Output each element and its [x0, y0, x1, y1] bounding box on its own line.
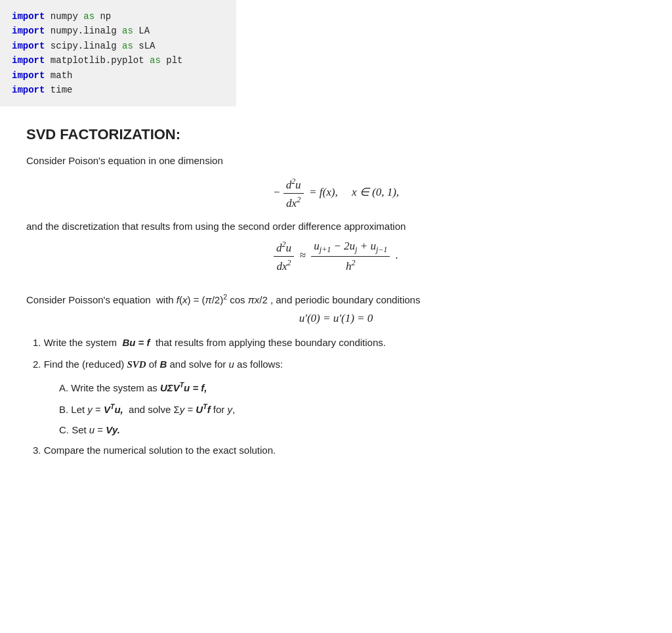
item1-math: Bu = f	[122, 337, 150, 348]
eq1-fraction: d2u dx2	[284, 177, 304, 209]
eq1-denominator: dx2	[284, 194, 304, 210]
code-block: import numpy as np import numpy.linalg a…	[0, 0, 236, 106]
itemB-UT: UTf	[196, 404, 210, 415]
code-line-4: import matplotlib.pyplot as plt	[12, 53, 224, 68]
list-item-3: 3. Compare the numerical solution to the…	[33, 445, 646, 456]
itemC-math: Vy.	[106, 424, 120, 435]
eq1-minus: −	[273, 186, 280, 198]
eq1-domain: x ∈ (0, 1),	[341, 186, 399, 198]
sub-list-item-C: C. Set u = Vy.	[59, 424, 646, 435]
sub-list-item-B: B. Let y = VTu, and solve Σy = UTf for y…	[59, 403, 646, 415]
consider2-text: Consider Poisson's equation with f(x) = …	[26, 293, 646, 305]
code-line-5: import math	[12, 68, 224, 83]
main-content: SVD FACTORIZATION: Consider Poison's equ…	[0, 106, 672, 492]
item2-u: u	[229, 359, 234, 370]
eq2-rhs-num: uj+1 − 2uj + uj−1	[311, 240, 390, 257]
eq1-equals: = f(x),	[306, 186, 338, 198]
intro-text: Consider Poison's equation in one dimens…	[26, 155, 646, 166]
eq2-lhs-den: dx2	[274, 257, 294, 273]
code-line-3: import scipy.linalg as sLA	[12, 39, 224, 53]
section-title: SVD FACTORIZATION:	[26, 126, 646, 143]
list-item-1: 1. Write the system Bu = f that results …	[33, 337, 646, 348]
eq2-rhs-fraction: uj+1 − 2uj + uj−1 h2	[311, 240, 390, 273]
code-section: import numpy as np import numpy.linalg a…	[0, 0, 672, 106]
discretization-text: and the discretization that results from…	[26, 221, 646, 232]
eq2-rhs-den: h2	[311, 257, 390, 273]
equation-2: d2u dx2 ≈ uj+1 − 2uj + uj−1 h2 .	[26, 240, 646, 273]
eq2-lhs-fraction: d2u dx2	[274, 240, 294, 273]
code-line-6: import time	[12, 83, 224, 97]
eq2-period: .	[392, 249, 398, 261]
eq2-approx: ≈	[297, 249, 308, 261]
equation-3: u′(0) = u′(1) = 0	[26, 312, 646, 325]
eq2-lhs-num: d2u	[274, 240, 294, 257]
code-line-2: import numpy.linalg as LA	[12, 24, 224, 38]
item2-svd: SVD	[127, 359, 146, 370]
sub-list-item-A: A. Write the system as UΣVTu = f,	[59, 381, 646, 393]
eq1-numerator: d2u	[284, 177, 304, 194]
item2-B: B	[159, 359, 167, 370]
equation-1: − d2u dx2 = f(x), x ∈ (0, 1),	[26, 177, 646, 209]
itemA-math: UΣVTu = f,	[160, 382, 207, 393]
code-line-1: import numpy as np	[12, 9, 224, 24]
itemB-math: VTu,	[104, 404, 123, 415]
list-item-2: 2. Find the (reduced) SVD of B and solve…	[33, 359, 646, 370]
